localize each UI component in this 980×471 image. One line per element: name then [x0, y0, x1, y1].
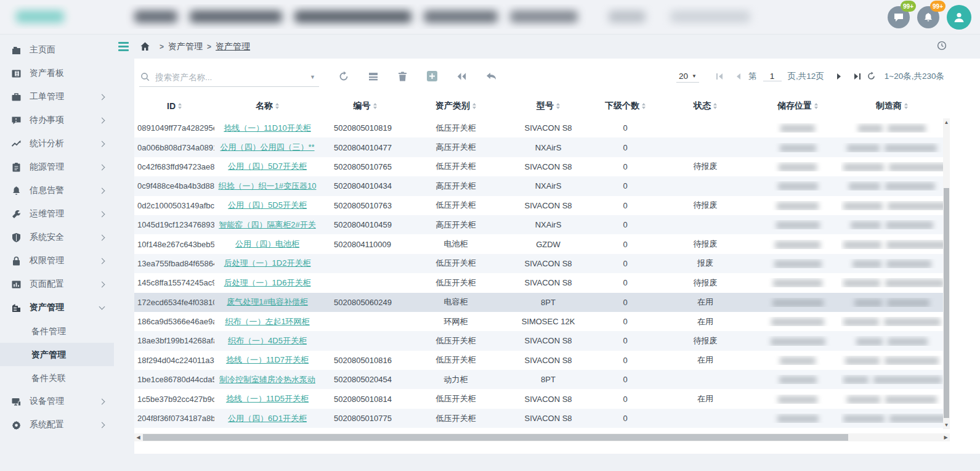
table-view-button[interactable]: [367, 70, 379, 82]
scroll-right-arrow-icon[interactable]: ▶: [942, 433, 950, 441]
sidebar-subitem-spare-association[interactable]: 备件关联: [0, 366, 114, 390]
home-icon[interactable]: [140, 41, 150, 52]
sidebar-item-label: 主页面: [30, 44, 105, 55]
redacted-blur: [885, 357, 939, 365]
prev-page-button[interactable]: [731, 71, 745, 82]
table-row[interactable]: 18ae3bf199b14268afa67织布（一）4D5开关柜低压开关柜SIV…: [134, 331, 943, 350]
table-row[interactable]: 0c42f683ffd94723ae8fea公用（四）5D7开关柜5020805…: [134, 157, 943, 176]
reload-button[interactable]: [865, 71, 878, 82]
table-row[interactable]: 145c8ffa15574245ac9a2后处理（一）1D6开关柜低压开关柜SI…: [134, 273, 943, 292]
sidebar-item-todo[interactable]: 待办事项: [0, 109, 114, 132]
vertical-scrollbar[interactable]: ▲ ▼: [943, 118, 950, 429]
asset-name-link[interactable]: 公用（四）5D5开关柜: [228, 200, 307, 210]
asset-name-link[interactable]: 织布（一）左起1环网柜: [225, 317, 309, 326]
sidebar-item-system-config[interactable]: 系统配置: [0, 413, 114, 436]
cell-manufacturer: [841, 375, 943, 384]
page-size-select[interactable]: 20 ▼: [676, 70, 699, 83]
horizontal-scrollbar[interactable]: ◀ ▶: [134, 433, 950, 441]
column-header-storage[interactable]: 储存位置: [755, 100, 841, 112]
page-number-input[interactable]: 1: [763, 72, 782, 81]
asset-name-link[interactable]: 捻线（一）11D7开关柜: [226, 355, 309, 364]
column-header-status[interactable]: 状态: [656, 100, 755, 112]
asset-name-link[interactable]: 公用（四）5D7开关柜: [228, 162, 307, 171]
asset-name-link[interactable]: 公用（四）公用四（三）**: [220, 142, 314, 152]
sidebar-item-alerts[interactable]: 信息告警: [0, 179, 114, 202]
scroll-left-arrow-icon[interactable]: ◀: [134, 433, 142, 441]
cell-storage: [755, 220, 841, 229]
table-row[interactable]: 186ca9d5366e46ae9a687织布（一）左起1环网柜环网柜SIMOS…: [134, 312, 943, 331]
asset-name-link[interactable]: 后处理（一）1D6开关柜: [224, 278, 311, 287]
table-row[interactable]: 0a006b808d734a089121公用（四）公用四（三）**5020804…: [134, 137, 943, 157]
asset-name-link[interactable]: 捻线（一）11D5开关柜: [226, 394, 309, 403]
back-button[interactable]: [485, 70, 497, 82]
sidebar-item-asset-board[interactable]: 资产看板: [0, 62, 114, 85]
table-row[interactable]: 0891049ff77a428295ea9捻线（一）11D10开关柜502080…: [134, 118, 943, 137]
table-row[interactable]: 0c9f488ce4ba4b3d88dc3织捻（一）织一1#变压器1050208…: [134, 176, 943, 195]
sidebar-item-asset-management[interactable]: 资产管理: [0, 296, 114, 319]
table-row[interactable]: 10f148e267c643beb5766公用（四）电池柜50208041100…: [134, 234, 943, 253]
table-row[interactable]: 1c5be37b92cc427b9c536捻线（一）11D5开关柜5020805…: [134, 389, 943, 408]
sidebar-item-statistics[interactable]: 统计分析: [0, 132, 114, 155]
asset-name-link[interactable]: 后处理（一）1D2开关柜: [224, 258, 311, 268]
rewind-button[interactable]: [456, 70, 468, 82]
table-row[interactable]: 172ecd6534fe4f0381059废气处理1#电容补偿柜50208050…: [134, 293, 943, 312]
vertical-scrollbar-thumb[interactable]: [944, 188, 949, 418]
sidebar-subitem-asset-management[interactable]: 资产管理: [0, 343, 114, 366]
sidebar-item-home[interactable]: 主页面: [0, 38, 114, 62]
asset-name-link[interactable]: 智能窑（四）隔离柜2#开关: [219, 220, 315, 229]
scroll-up-arrow-icon[interactable]: ▲: [943, 118, 950, 126]
column-header-name[interactable]: 名称: [214, 100, 320, 112]
table-row[interactable]: 13ea755fbad84f6586476后处理（一）1D2开关柜低压开关柜SI…: [134, 254, 943, 273]
table-row[interactable]: 1045d19cf123476893f45智能窑（四）隔离柜2#开关502080…: [134, 215, 943, 234]
history-clock-icon[interactable]: [937, 41, 947, 52]
search-input[interactable]: [154, 72, 306, 83]
sidebar-item-device-management[interactable]: 设备管理: [0, 390, 114, 413]
search-dropdown-caret-icon[interactable]: ▼: [306, 74, 319, 80]
column-header-code[interactable]: 编号: [320, 100, 410, 112]
column-header-model[interactable]: 型号: [502, 100, 594, 112]
cell-id: 1be1ce86780d44cda5817: [134, 375, 214, 384]
asset-name-link[interactable]: 织布（一）4D5开关柜: [228, 336, 307, 345]
column-header-subs[interactable]: 下级个数: [594, 100, 656, 112]
asset-name-link[interactable]: 公用（四）电池柜: [235, 239, 299, 248]
table-row[interactable]: 1be1ce86780d44cda5817制冷控制室辅房冷热水泵动5020805…: [134, 370, 943, 389]
sidebar-item-label: 系统安全: [30, 232, 100, 243]
first-page-button[interactable]: [713, 71, 726, 82]
sidebar-subitem-spare-parts[interactable]: 备件管理: [0, 319, 114, 343]
menu-toggle-icon[interactable]: [118, 42, 129, 51]
sidebar-item-system-security[interactable]: 系统安全: [0, 226, 114, 249]
delete-icon: [397, 71, 408, 82]
breadcrumb-item-current[interactable]: 资产管理: [216, 41, 250, 52]
column-header-category[interactable]: 资产类别: [410, 100, 502, 112]
horizontal-scrollbar-thumb[interactable]: [143, 434, 848, 441]
asset-name-link[interactable]: 公用（四）6D1开关柜: [228, 414, 307, 423]
add-button[interactable]: [426, 70, 438, 82]
sidebar-item-work-orders[interactable]: 工单管理: [0, 85, 114, 109]
asset-name-link[interactable]: 制冷控制室辅房冷热水泵动: [219, 375, 315, 384]
sidebar-item-permissions[interactable]: 权限管理: [0, 249, 114, 272]
table-row[interactable]: 18f294d04c224011a38f0捻线（一）11D7开关柜5020805…: [134, 351, 943, 370]
last-page-button[interactable]: [851, 71, 865, 82]
column-header-manufacturer[interactable]: 制造商: [841, 100, 943, 112]
messages-button[interactable]: 99+: [888, 6, 910, 28]
notifications-button[interactable]: 99+: [917, 6, 939, 28]
breadcrumb-item-asset-management[interactable]: 资产管理: [168, 41, 203, 52]
sidebar-item-operations[interactable]: 运维管理: [0, 202, 114, 226]
scroll-down-arrow-icon[interactable]: ▼: [943, 421, 950, 429]
cell-status: 待报废: [656, 200, 755, 211]
table-row[interactable]: 204f8f36f0734187a8b87公用（四）6D1开关柜50208050…: [134, 409, 943, 428]
sidebar-item-page-config[interactable]: 页面配置: [0, 272, 114, 296]
asset-name-link[interactable]: 废气处理1#电容补偿柜: [227, 297, 307, 306]
asset-name-link[interactable]: 织捻（一）织一1#变压器10: [219, 181, 317, 190]
cell-code: 5020804010434: [320, 181, 410, 190]
refresh-button[interactable]: [338, 70, 349, 82]
column-header-id[interactable]: ID: [134, 101, 214, 111]
asset-name-link[interactable]: 捻线（一）11D10开关柜: [224, 123, 310, 133]
sidebar-item-energy[interactable]: 能源管理: [0, 155, 114, 179]
delete-button[interactable]: [397, 70, 408, 82]
cell-id: 172ecd6534fe4f0381059: [134, 298, 214, 307]
cell-id: 0c9f488ce4ba4b3d88dc3: [134, 181, 214, 190]
next-page-button[interactable]: [833, 71, 846, 82]
user-avatar-button[interactable]: [947, 5, 971, 30]
table-row[interactable]: 0d2c1000503149afbce8d公用（四）5D5开关柜50208050…: [134, 196, 943, 215]
